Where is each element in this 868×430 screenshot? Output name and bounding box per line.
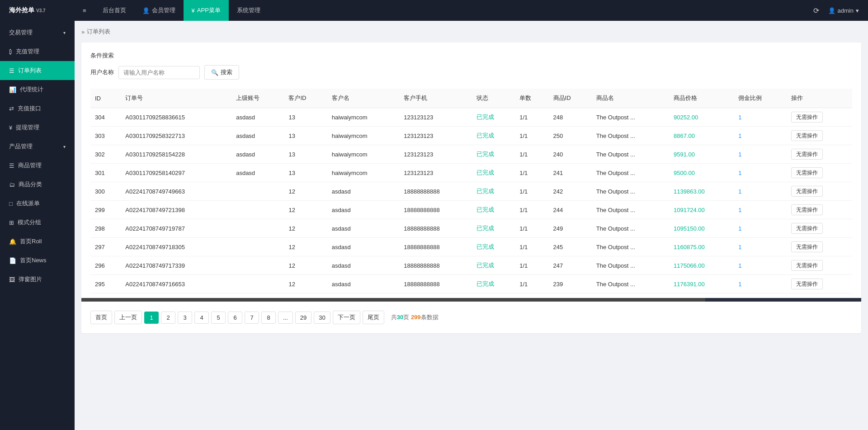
cell-count: 1/1 bbox=[515, 145, 548, 164]
sidebar-item-rechargeapi[interactable]: ⇄ 充值接口 bbox=[0, 99, 75, 118]
nav-members-label: 会员管理 bbox=[152, 6, 175, 14]
sidebar-item-onlinedispatch[interactable]: □ 在线派单 bbox=[0, 194, 75, 213]
cell-customername: haiwaiymcom bbox=[327, 145, 399, 164]
sidebar-modegroup-label: 模式分组 bbox=[18, 218, 41, 227]
nav-menu-toggle[interactable]: ≡ bbox=[75, 0, 94, 21]
sidebar-product-label: 产品管理 bbox=[9, 142, 33, 151]
user-menu[interactable]: 👤 admin ▾ bbox=[828, 7, 859, 14]
sidebar-item-recharge[interactable]: ₿ 充值管理 bbox=[0, 42, 75, 61]
cell-customername: haiwaiymcom bbox=[327, 127, 399, 145]
cell-action: 无需操作 bbox=[787, 256, 852, 275]
search-input[interactable] bbox=[118, 66, 200, 79]
page-btn-7[interactable]: 7 bbox=[245, 312, 259, 324]
cell-goodsid: 239 bbox=[549, 275, 592, 293]
cell-customername: asdasd bbox=[327, 238, 399, 256]
cell-parent bbox=[231, 275, 284, 293]
cell-goodsname: The Outpost ... bbox=[592, 164, 669, 182]
breadcrumb: » 订单列表 bbox=[81, 28, 861, 36]
sidebar-item-goodscategory[interactable]: 🗂 商品分类 bbox=[0, 175, 75, 194]
sidebar-section-product[interactable]: 产品管理 ▾ bbox=[0, 137, 75, 156]
refresh-icon[interactable]: ⟳ bbox=[813, 6, 819, 15]
cell-customerid: 13 bbox=[284, 145, 327, 164]
cell-action: 无需操作 bbox=[787, 108, 852, 127]
page-last-btn[interactable]: 尾页 bbox=[363, 311, 384, 324]
app-logo: 海外抢单V3.7 bbox=[0, 6, 75, 14]
app-title: 海外抢单 bbox=[9, 6, 34, 14]
sidebar-item-withdraw[interactable]: ¥ 提现管理 bbox=[0, 118, 75, 137]
page-btn-8[interactable]: 8 bbox=[261, 312, 276, 324]
dispatch-icon: □ bbox=[9, 200, 13, 207]
sidebar-item-goodsmgmt[interactable]: ☰ 商品管理 bbox=[0, 156, 75, 175]
cell-customerphone: 123123123 bbox=[399, 127, 472, 145]
page-info: 共30页 299条数据 bbox=[391, 313, 439, 321]
no-action-btn: 无需操作 bbox=[791, 260, 823, 271]
cell-goodsprice: 9591.00 bbox=[669, 145, 734, 164]
page-btn-1[interactable]: 1 bbox=[144, 312, 159, 324]
cell-goodsid: 241 bbox=[549, 164, 592, 182]
cell-orderno: A03011709258140297 bbox=[121, 164, 231, 182]
cell-goodsprice: 8867.00 bbox=[669, 127, 734, 145]
cell-status: 已完成 bbox=[472, 201, 515, 219]
cell-customername: haiwaiymcom bbox=[327, 108, 399, 127]
cell-goodsid: 242 bbox=[549, 182, 592, 201]
main-card: 条件搜索 用户名称 🔍 搜索 ID 订单号 bbox=[81, 43, 861, 333]
page-first-btn[interactable]: 首页 bbox=[90, 311, 112, 324]
cell-status: 已完成 bbox=[472, 182, 515, 201]
pagination: 首页 上一页 1 2 3 4 5 6 7 8 ... 29 30 下一页 尾页 … bbox=[90, 311, 852, 324]
nav-app-orders[interactable]: ¥ APP菜单 bbox=[184, 0, 229, 21]
user-icon: 👤 bbox=[828, 7, 835, 14]
cell-goodsid: 247 bbox=[549, 256, 592, 275]
page-btn-4[interactable]: 4 bbox=[194, 312, 209, 324]
cell-id: 298 bbox=[90, 219, 121, 238]
search-area: 条件搜索 用户名称 🔍 搜索 bbox=[90, 52, 852, 80]
page-btn-6[interactable]: 6 bbox=[228, 312, 242, 324]
cell-action: 无需操作 bbox=[787, 145, 852, 164]
nav-system[interactable]: 系统管理 bbox=[229, 0, 269, 21]
sidebar-item-popupimage[interactable]: 🖼 弹窗图片 bbox=[0, 270, 75, 289]
cell-commission: 1 bbox=[734, 219, 786, 238]
cell-action: 无需操作 bbox=[787, 238, 852, 256]
page-btn-2[interactable]: 2 bbox=[161, 312, 175, 324]
cell-customerphone: 18888888888 bbox=[399, 256, 472, 275]
cell-count: 1/1 bbox=[515, 238, 548, 256]
cell-goodsname: The Outpost ... bbox=[592, 256, 669, 275]
page-next-btn[interactable]: 下一页 bbox=[333, 311, 360, 324]
sidebar-item-homenews[interactable]: 📄 首页News bbox=[0, 251, 75, 270]
news-icon: 📄 bbox=[9, 257, 16, 264]
sidebar-item-homeroll[interactable]: 🔔 首页Roll bbox=[0, 232, 75, 251]
col-customerphone: 客户手机 bbox=[399, 89, 472, 108]
cell-customername: asdasd bbox=[327, 201, 399, 219]
sidebar-item-orderlist[interactable]: ☰ 订单列表 bbox=[0, 61, 75, 80]
cell-id: 300 bbox=[90, 182, 121, 201]
sidebar-section-trade[interactable]: 交易管理 ▾ bbox=[0, 23, 75, 42]
page-btn-29[interactable]: 29 bbox=[295, 312, 311, 324]
chevron-product-icon: ▾ bbox=[63, 144, 66, 149]
search-button[interactable]: 🔍 搜索 bbox=[204, 65, 239, 80]
page-prev-btn[interactable]: 上一页 bbox=[114, 311, 142, 324]
cell-customerid: 13 bbox=[284, 108, 327, 127]
cell-customerphone: 18888888888 bbox=[399, 219, 472, 238]
nav-members[interactable]: 👤 会员管理 bbox=[134, 0, 184, 21]
page-btn-3[interactable]: 3 bbox=[178, 312, 192, 324]
page-btn-5[interactable]: 5 bbox=[211, 312, 226, 324]
cell-goodsid: 245 bbox=[549, 238, 592, 256]
nav-dashboard[interactable]: 后台首页 bbox=[94, 0, 134, 21]
cell-parent: asdasd bbox=[231, 164, 284, 182]
cell-goodsprice: 90252.00 bbox=[669, 108, 734, 127]
no-action-btn: 无需操作 bbox=[791, 149, 823, 160]
order-table: ID 订单号 上级账号 客户ID 客户名 客户手机 状态 单数 商品ID 商品名… bbox=[90, 89, 852, 293]
cell-status: 已完成 bbox=[472, 145, 515, 164]
table-row: 304 A03011709258836615 asdasd 13 haiwaiy… bbox=[90, 108, 852, 127]
col-orderno: 订单号 bbox=[121, 89, 231, 108]
sidebar-item-modegroup[interactable]: ⊞ 模式分组 bbox=[0, 213, 75, 232]
cell-goodsname: The Outpost ... bbox=[592, 201, 669, 219]
sidebar: 交易管理 ▾ ₿ 充值管理 ☰ 订单列表 📊 代理统计 ⇄ 充值接口 ¥ 提现管… bbox=[0, 21, 75, 430]
mode-icon: ⊞ bbox=[9, 219, 14, 226]
sidebar-item-agentstats[interactable]: 📊 代理统计 bbox=[0, 80, 75, 99]
cell-commission: 1 bbox=[734, 182, 786, 201]
cell-id: 304 bbox=[90, 108, 121, 127]
page-btn-30[interactable]: 30 bbox=[314, 312, 330, 324]
cell-goodsprice: 1175066.00 bbox=[669, 256, 734, 275]
cell-commission: 1 bbox=[734, 164, 786, 182]
cell-count: 1/1 bbox=[515, 164, 548, 182]
